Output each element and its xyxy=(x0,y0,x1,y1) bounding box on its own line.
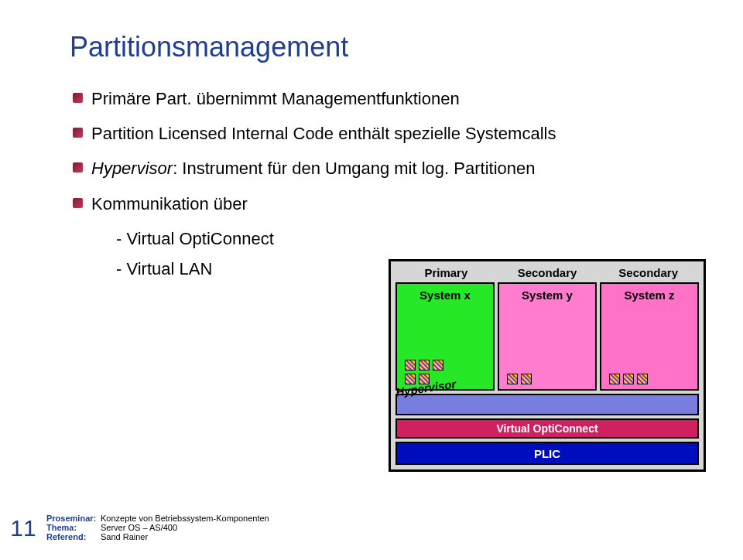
footer-info: Proseminar: Konzepte von Betriebssystem-… xyxy=(46,514,269,541)
resource-icon xyxy=(405,360,416,370)
slide-footer: 11 Proseminar: Konzepte von Betriebssyst… xyxy=(0,514,743,541)
bullet-text-extra: enthält spezielle Systemcalls xyxy=(338,124,556,143)
diagram-header-secondary-1: Secondary xyxy=(497,265,598,281)
footer-val-referend: Sand Rainer xyxy=(101,532,148,541)
resource-boxes xyxy=(609,374,657,384)
resource-boxes xyxy=(507,374,555,384)
bullet-text: Partition Licensed Internal Code xyxy=(91,124,338,143)
diagram-opticonnect-layer: Virtual OptiConnect xyxy=(395,418,699,439)
bullet-primary-partition: Primäre Part. übernimmt Managementfunkti… xyxy=(70,85,704,112)
diagram-header-secondary-2: Secondary xyxy=(597,265,699,281)
bullet-text-extra: übernimmt Managementfunktionen xyxy=(197,89,460,108)
footer-val-proseminar: Konzepte von Betriebssystem-Komponenten xyxy=(101,514,269,523)
partition-diagram: Primary Secondary Secondary System x Sys… xyxy=(389,259,706,472)
footer-key-thema: Thema: xyxy=(46,523,101,532)
bullet-text: Kommunikation über xyxy=(91,194,248,213)
resource-icon xyxy=(609,374,620,384)
resource-icon xyxy=(637,374,648,384)
resource-icon xyxy=(521,374,532,384)
footer-key-referend: Referend: xyxy=(46,532,101,541)
slide-title: Partitionsmanagement xyxy=(70,31,704,63)
diagram-system-z: System z xyxy=(600,282,699,391)
resource-icon xyxy=(419,360,430,370)
diagram-system-z-label: System z xyxy=(624,289,674,302)
diagram-plic-layer: PLIC xyxy=(395,442,699,465)
content-area: Primäre Part. übernimmt Managementfunkti… xyxy=(70,85,704,282)
bullet-communication: Kommunikation über xyxy=(70,190,704,217)
bullet-text: Primäre Part. xyxy=(91,89,197,108)
bullet-plic: Partition Licensed Internal Code enthält… xyxy=(70,120,704,147)
resource-icon xyxy=(623,374,634,384)
bullet-text-italic: Hypervisor xyxy=(91,159,173,178)
resource-icon xyxy=(507,374,518,384)
diagram-system-x: System x xyxy=(395,282,495,391)
bullet-hypervisor: Hypervisor: Instrument für den Umgang mi… xyxy=(70,155,704,182)
diagram-system-y: System y xyxy=(498,282,597,391)
bullet-text-rest: : Instrument für den Umgang mit log. Par… xyxy=(173,159,535,178)
diagram-system-y-label: System y xyxy=(522,289,573,302)
resource-icon xyxy=(433,360,443,370)
diagram-hypervisor-layer: Hypervisor xyxy=(395,394,699,415)
footer-key-proseminar: Proseminar: xyxy=(46,514,101,523)
sub-item-opticonnect: - Virtual OptiConnect xyxy=(116,225,704,252)
page-number: 11 xyxy=(0,515,46,541)
diagram-system-x-label: System x xyxy=(419,289,471,302)
footer-val-thema: Server OS – AS/400 xyxy=(101,523,177,532)
diagram-header-primary: Primary xyxy=(395,265,497,281)
